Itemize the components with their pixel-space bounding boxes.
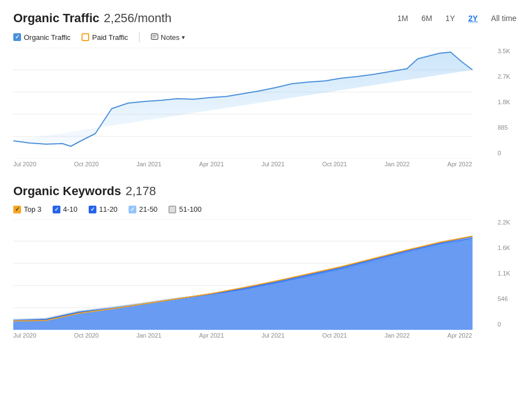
kw11-20-label: 11-20 xyxy=(99,205,117,213)
keywords-legend: ✓ Top 3 ✓ 4-10 ✓ 11-20 ✓ 21-50 51-100 xyxy=(13,205,519,213)
kw4-10-label: 4-10 xyxy=(63,205,78,213)
kw51-100-legend-item[interactable]: 51-100 xyxy=(168,205,201,213)
y-label-4: 0 xyxy=(498,150,519,156)
keywords-header: Organic Keywords 2,178 xyxy=(13,184,519,198)
kw-x-label-1: Oct 2020 xyxy=(74,332,99,339)
notes-chevron: ▾ xyxy=(182,34,185,41)
keywords-x-labels: Jul 2020 Oct 2020 Jan 2021 Apr 2021 Jul … xyxy=(13,330,494,339)
organic-legend-label: Organic Traffic xyxy=(24,33,70,42)
paid-checkbox[interactable] xyxy=(81,33,89,41)
organic-legend-item[interactable]: ✓ Organic Traffic xyxy=(13,33,70,42)
traffic-title: Organic Traffic xyxy=(13,11,99,25)
traffic-chart-inner: Jul 2020 Oct 2020 Jan 2021 Apr 2021 Jul … xyxy=(13,48,494,167)
kw-x-label-5: Oct 2021 xyxy=(323,332,347,339)
kw4-10-check-mark: ✓ xyxy=(54,207,59,212)
x-label-1: Oct 2020 xyxy=(74,161,99,167)
keywords-chart-area: Jul 2020 Oct 2020 Jan 2021 Apr 2021 Jul … xyxy=(13,219,519,339)
organic-keywords-section: Organic Keywords 2,178 ✓ Top 3 ✓ 4-10 ✓ … xyxy=(13,184,519,339)
y-label-0: 3.5K xyxy=(498,48,519,54)
kw-y-label-0: 2.2K xyxy=(498,219,519,226)
notes-icon xyxy=(151,33,158,41)
kw21-50-label: 21-50 xyxy=(139,205,157,213)
y-label-1: 2.7K xyxy=(498,73,519,80)
traffic-legend: ✓ Organic Traffic Paid Traffic Notes ▾ xyxy=(13,32,519,42)
top3-checkbox[interactable]: ✓ xyxy=(13,206,21,213)
filter-2y[interactable]: 2Y xyxy=(466,13,480,24)
kw21-50-checkbox[interactable]: ✓ xyxy=(129,206,136,213)
keywords-y-labels: 2.2K 1.6K 1.1K 546 0 xyxy=(494,219,519,339)
organic-checkbox[interactable]: ✓ xyxy=(13,33,21,41)
traffic-chart-area: Jul 2020 Oct 2020 Jan 2021 Apr 2021 Jul … xyxy=(13,48,519,167)
kw4-10-legend-item[interactable]: ✓ 4-10 xyxy=(53,205,78,213)
x-label-6: Jan 2022 xyxy=(385,161,410,167)
keywords-chart-wrapper: Jul 2020 Oct 2020 Jan 2021 Apr 2021 Jul … xyxy=(13,219,519,339)
keywords-title: Organic Keywords xyxy=(13,184,121,198)
kw11-20-check-mark: ✓ xyxy=(90,207,95,212)
x-label-5: Oct 2021 xyxy=(323,161,347,167)
kw-y-label-1: 1.6K xyxy=(498,244,519,251)
x-label-2: Jan 2021 xyxy=(136,161,161,167)
keywords-value: 2,178 xyxy=(125,184,156,198)
time-filter-group: 1M 6M 1Y 2Y All time xyxy=(395,13,519,24)
kw21-50-legend-item[interactable]: ✓ 21-50 xyxy=(129,205,157,213)
traffic-header: Organic Traffic 2,256/month 1M 6M 1Y 2Y … xyxy=(13,11,519,25)
y-label-3: 885 xyxy=(498,124,519,131)
notes-label: Notes xyxy=(161,33,180,42)
kw11-20-checkbox[interactable]: ✓ xyxy=(89,206,96,213)
kw-x-label-7: Apr 2022 xyxy=(447,332,472,339)
legend-divider xyxy=(139,32,140,42)
x-label-7: Apr 2022 xyxy=(447,161,472,167)
organic-check-mark: ✓ xyxy=(15,34,19,40)
kw-x-label-2: Jan 2021 xyxy=(136,332,161,339)
keywords-chart-svg xyxy=(13,219,494,330)
kw-y-label-3: 546 xyxy=(498,295,519,302)
filter-1m[interactable]: 1M xyxy=(395,13,410,24)
filter-6m[interactable]: 6M xyxy=(419,13,434,24)
kw-x-label-3: Apr 2021 xyxy=(199,332,224,339)
top3-check-mark: ✓ xyxy=(15,206,19,212)
keywords-chart-inner: Jul 2020 Oct 2020 Jan 2021 Apr 2021 Jul … xyxy=(13,219,494,339)
kw11-20-legend-item[interactable]: ✓ 11-20 xyxy=(89,205,117,213)
organic-traffic-section: Organic Traffic 2,256/month 1M 6M 1Y 2Y … xyxy=(13,11,519,167)
kw-y-label-2: 1.1K xyxy=(498,270,519,277)
traffic-chart-wrapper: Jul 2020 Oct 2020 Jan 2021 Apr 2021 Jul … xyxy=(13,48,519,167)
y-label-2: 1.8K xyxy=(498,99,519,105)
notes-button[interactable]: Notes ▾ xyxy=(151,33,185,42)
x-label-3: Apr 2021 xyxy=(199,161,224,167)
traffic-x-labels: Jul 2020 Oct 2020 Jan 2021 Apr 2021 Jul … xyxy=(13,159,494,167)
traffic-value: 2,256/month xyxy=(104,11,171,25)
kw51-100-checkbox[interactable] xyxy=(168,206,176,213)
kw-x-label-4: Jul 2021 xyxy=(262,332,285,339)
svg-rect-0 xyxy=(151,34,158,39)
paid-legend-label: Paid Traffic xyxy=(92,33,128,42)
traffic-y-labels: 3.5K 2.7K 1.8K 885 0 xyxy=(494,48,519,167)
x-label-0: Jul 2020 xyxy=(13,161,37,167)
filter-alltime[interactable]: All time xyxy=(489,13,519,24)
filter-1y[interactable]: 1Y xyxy=(443,13,457,24)
top3-legend-item[interactable]: ✓ Top 3 xyxy=(13,205,42,213)
kw4-10-checkbox[interactable]: ✓ xyxy=(53,206,60,213)
x-label-4: Jul 2021 xyxy=(262,161,285,167)
top3-label: Top 3 xyxy=(24,205,42,213)
kw-x-label-6: Jan 2022 xyxy=(385,332,410,339)
kw-y-label-4: 0 xyxy=(498,321,519,328)
kw21-50-check-mark: ✓ xyxy=(130,207,135,212)
traffic-chart-svg xyxy=(13,48,494,159)
kw-x-label-0: Jul 2020 xyxy=(13,332,37,339)
paid-legend-item[interactable]: Paid Traffic xyxy=(81,33,128,42)
traffic-title-group: Organic Traffic 2,256/month xyxy=(13,11,172,25)
kw51-100-label: 51-100 xyxy=(179,205,201,213)
